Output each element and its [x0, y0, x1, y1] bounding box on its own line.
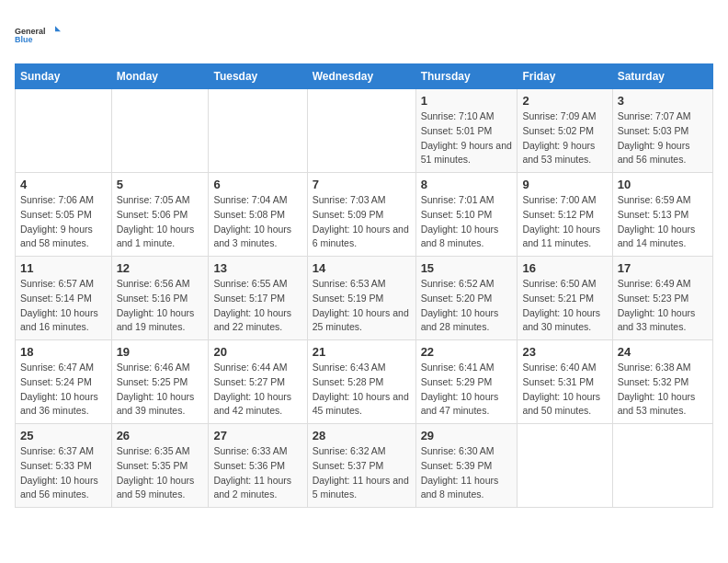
day-cell: 5Sunrise: 7:05 AMSunset: 5:06 PMDaylight…: [111, 173, 209, 257]
day-cell: 16Sunrise: 6:50 AMSunset: 5:21 PMDayligh…: [518, 257, 612, 340]
week-row-1: 1Sunrise: 7:10 AMSunset: 5:01 PMDaylight…: [16, 89, 713, 173]
day-info: Sunrise: 7:03 AMSunset: 5:09 PMDaylight:…: [313, 193, 411, 251]
day-number: 9: [522, 178, 607, 191]
day-number: 5: [117, 178, 204, 191]
day-number: 25: [20, 429, 107, 442]
header-cell-tuesday: Tuesday: [209, 64, 307, 89]
day-info: Sunrise: 6:33 AMSunset: 5:36 PMDaylight:…: [213, 444, 301, 502]
day-number: 28: [313, 429, 411, 442]
day-cell: 9Sunrise: 7:00 AMSunset: 5:12 PMDaylight…: [518, 173, 612, 257]
calendar-table: SundayMondayTuesdayWednesdayThursdayFrid…: [15, 63, 713, 508]
day-info: Sunrise: 6:38 AMSunset: 5:32 PMDaylight:…: [618, 361, 708, 419]
day-info: Sunrise: 6:35 AMSunset: 5:35 PMDaylight:…: [117, 444, 204, 502]
day-info: Sunrise: 6:43 AMSunset: 5:28 PMDaylight:…: [313, 361, 411, 419]
day-cell: 27Sunrise: 6:33 AMSunset: 5:36 PMDayligh…: [209, 424, 307, 508]
day-cell: 29Sunrise: 6:30 AMSunset: 5:39 PMDayligh…: [415, 424, 518, 508]
day-info: Sunrise: 6:41 AMSunset: 5:29 PMDaylight:…: [421, 361, 513, 419]
day-number: 1: [421, 94, 513, 108]
day-info: Sunrise: 6:52 AMSunset: 5:20 PMDaylight:…: [421, 277, 513, 335]
day-info: Sunrise: 7:06 AMSunset: 5:05 PMDaylight:…: [20, 193, 107, 251]
day-cell: 17Sunrise: 6:49 AMSunset: 5:23 PMDayligh…: [612, 257, 712, 340]
day-info: Sunrise: 6:47 AMSunset: 5:24 PMDaylight:…: [20, 361, 107, 419]
day-info: Sunrise: 7:09 AMSunset: 5:02 PMDaylight:…: [522, 109, 607, 167]
day-info: Sunrise: 6:57 AMSunset: 5:14 PMDaylight:…: [20, 277, 107, 335]
day-number: 21: [313, 345, 411, 359]
day-number: 10: [618, 178, 708, 191]
day-cell: 11Sunrise: 6:57 AMSunset: 5:14 PMDayligh…: [16, 257, 112, 340]
header: General Blue: [15, 15, 713, 56]
day-number: 13: [213, 261, 301, 275]
day-number: 22: [421, 345, 513, 359]
day-info: Sunrise: 7:04 AMSunset: 5:08 PMDaylight:…: [213, 193, 301, 251]
day-number: 12: [117, 261, 204, 275]
day-number: 15: [421, 261, 513, 275]
day-info: Sunrise: 6:40 AMSunset: 5:31 PMDaylight:…: [522, 361, 607, 419]
header-cell-sunday: Sunday: [16, 64, 112, 89]
day-cell: [518, 424, 612, 508]
day-cell: [111, 89, 209, 173]
day-cell: 18Sunrise: 6:47 AMSunset: 5:24 PMDayligh…: [16, 340, 112, 424]
day-number: 16: [522, 261, 607, 275]
day-cell: 20Sunrise: 6:44 AMSunset: 5:27 PMDayligh…: [209, 340, 307, 424]
day-info: Sunrise: 6:50 AMSunset: 5:21 PMDaylight:…: [522, 277, 607, 335]
day-info: Sunrise: 6:53 AMSunset: 5:19 PMDaylight:…: [313, 277, 411, 335]
day-number: 8: [421, 178, 513, 191]
day-number: 6: [213, 178, 301, 191]
week-row-5: 25Sunrise: 6:37 AMSunset: 5:33 PMDayligh…: [16, 424, 713, 508]
day-cell: 19Sunrise: 6:46 AMSunset: 5:25 PMDayligh…: [111, 340, 209, 424]
day-info: Sunrise: 6:32 AMSunset: 5:37 PMDaylight:…: [313, 444, 411, 502]
day-cell: 28Sunrise: 6:32 AMSunset: 5:37 PMDayligh…: [307, 424, 415, 508]
day-cell: 12Sunrise: 6:56 AMSunset: 5:16 PMDayligh…: [111, 257, 209, 340]
day-cell: 13Sunrise: 6:55 AMSunset: 5:17 PMDayligh…: [209, 257, 307, 340]
day-number: 7: [313, 178, 411, 191]
svg-text:Blue: Blue: [15, 35, 33, 44]
day-number: 17: [618, 261, 708, 275]
week-row-2: 4Sunrise: 7:06 AMSunset: 5:05 PMDaylight…: [16, 173, 713, 257]
day-cell: [16, 89, 112, 173]
day-info: Sunrise: 7:01 AMSunset: 5:10 PMDaylight:…: [421, 193, 513, 251]
day-cell: 10Sunrise: 6:59 AMSunset: 5:13 PMDayligh…: [612, 173, 712, 257]
day-cell: 3Sunrise: 7:07 AMSunset: 5:03 PMDaylight…: [612, 89, 712, 173]
header-cell-friday: Friday: [518, 64, 612, 89]
day-info: Sunrise: 7:10 AMSunset: 5:01 PMDaylight:…: [421, 109, 513, 167]
day-number: 14: [313, 261, 411, 275]
day-number: 20: [213, 345, 301, 359]
day-cell: [209, 89, 307, 173]
week-row-3: 11Sunrise: 6:57 AMSunset: 5:14 PMDayligh…: [16, 257, 713, 340]
day-info: Sunrise: 7:05 AMSunset: 5:06 PMDaylight:…: [117, 193, 204, 251]
day-info: Sunrise: 6:55 AMSunset: 5:17 PMDaylight:…: [213, 277, 301, 335]
day-info: Sunrise: 6:30 AMSunset: 5:39 PMDaylight:…: [421, 444, 513, 502]
day-cell: 14Sunrise: 6:53 AMSunset: 5:19 PMDayligh…: [307, 257, 415, 340]
day-info: Sunrise: 6:46 AMSunset: 5:25 PMDaylight:…: [117, 361, 204, 419]
header-row: SundayMondayTuesdayWednesdayThursdayFrid…: [16, 64, 713, 89]
day-cell: 15Sunrise: 6:52 AMSunset: 5:20 PMDayligh…: [415, 257, 518, 340]
day-cell: 7Sunrise: 7:03 AMSunset: 5:09 PMDaylight…: [307, 173, 415, 257]
day-cell: 6Sunrise: 7:04 AMSunset: 5:08 PMDaylight…: [209, 173, 307, 257]
day-info: Sunrise: 6:44 AMSunset: 5:27 PMDaylight:…: [213, 361, 301, 419]
day-info: Sunrise: 6:59 AMSunset: 5:13 PMDaylight:…: [618, 193, 708, 251]
week-row-4: 18Sunrise: 6:47 AMSunset: 5:24 PMDayligh…: [16, 340, 713, 424]
logo: General Blue: [15, 15, 61, 56]
day-cell: 23Sunrise: 6:40 AMSunset: 5:31 PMDayligh…: [518, 340, 612, 424]
day-cell: 4Sunrise: 7:06 AMSunset: 5:05 PMDaylight…: [16, 173, 112, 257]
day-info: Sunrise: 6:49 AMSunset: 5:23 PMDaylight:…: [618, 277, 708, 335]
day-cell: 1Sunrise: 7:10 AMSunset: 5:01 PMDaylight…: [415, 89, 518, 173]
day-number: 24: [618, 345, 708, 359]
day-cell: 8Sunrise: 7:01 AMSunset: 5:10 PMDaylight…: [415, 173, 518, 257]
day-number: 19: [117, 345, 204, 359]
day-info: Sunrise: 7:00 AMSunset: 5:12 PMDaylight:…: [522, 193, 607, 251]
day-cell: 21Sunrise: 6:43 AMSunset: 5:28 PMDayligh…: [307, 340, 415, 424]
day-number: 3: [618, 94, 708, 108]
day-number: 2: [522, 94, 607, 108]
header-cell-wednesday: Wednesday: [307, 64, 415, 89]
header-cell-thursday: Thursday: [415, 64, 518, 89]
header-cell-saturday: Saturday: [612, 64, 712, 89]
logo-svg: General Blue: [15, 15, 61, 56]
day-number: 27: [213, 429, 301, 442]
day-number: 29: [421, 429, 513, 442]
day-number: 4: [20, 178, 107, 191]
day-cell: 22Sunrise: 6:41 AMSunset: 5:29 PMDayligh…: [415, 340, 518, 424]
svg-text:General: General: [15, 27, 46, 36]
day-cell: 25Sunrise: 6:37 AMSunset: 5:33 PMDayligh…: [16, 424, 112, 508]
day-cell: [612, 424, 712, 508]
